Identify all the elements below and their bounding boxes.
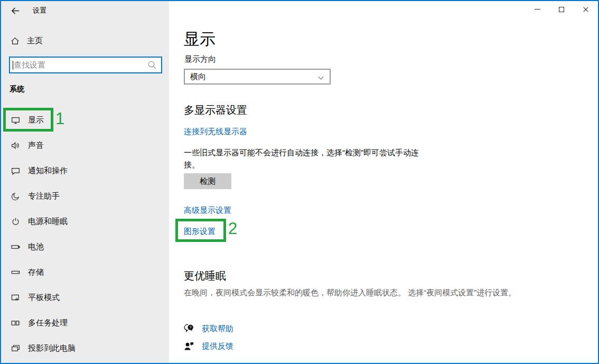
minimize-button[interactable] bbox=[525, 1, 549, 17]
maximize-button[interactable] bbox=[549, 1, 574, 17]
battery-icon bbox=[11, 242, 20, 251]
sidebar-item-label: 平板模式 bbox=[28, 293, 60, 303]
focus-assist-icon bbox=[11, 192, 20, 201]
search-icon[interactable] bbox=[147, 60, 157, 70]
sidebar-item-label: 专注助手 bbox=[28, 191, 60, 201]
sound-icon bbox=[11, 141, 20, 150]
storage-icon bbox=[11, 268, 20, 277]
back-button[interactable] bbox=[7, 4, 23, 17]
sidebar-item-notifications[interactable]: 通知和操作 bbox=[1, 158, 169, 183]
power-sleep-icon bbox=[11, 217, 20, 226]
sidebar-item-power-sleep[interactable]: 电源和睡眠 bbox=[1, 209, 169, 234]
notifications-icon bbox=[11, 166, 20, 175]
sidebar-item-multitasking[interactable]: 多任务处理 bbox=[1, 310, 169, 335]
sidebar-item-storage[interactable]: 存储 bbox=[1, 259, 169, 285]
feedback-link[interactable]: 提供反馈 bbox=[184, 341, 233, 351]
orientation-label: 显示方向 bbox=[184, 54, 216, 64]
orientation-dropdown[interactable]: 横向 bbox=[184, 69, 331, 85]
home-icon bbox=[11, 36, 20, 45]
sidebar: 设置 主页 查找设置 系统 显示声音通知和操作专注助手电源和睡眠电池存储平板模式… bbox=[1, 1, 169, 363]
footer-link-label: 提供反馈 bbox=[202, 341, 233, 351]
minimize-icon bbox=[535, 9, 540, 10]
sidebar-item-sound[interactable]: 声音 bbox=[1, 133, 169, 158]
search-placeholder: 查找设置 bbox=[14, 60, 45, 70]
maximize-icon bbox=[559, 7, 564, 12]
sidebar-nav: 显示声音通知和操作专注助手电源和睡眠电池存储平板模式多任务处理投影到此电脑 bbox=[1, 107, 169, 361]
get-help-icon bbox=[184, 323, 194, 334]
multi-display-heading: 多显示器设置 bbox=[184, 103, 247, 117]
close-button[interactable] bbox=[574, 1, 598, 17]
multitasking-icon bbox=[11, 319, 20, 328]
search-input[interactable]: 查找设置 bbox=[9, 57, 162, 73]
orientation-value: 横向 bbox=[190, 72, 206, 82]
sidebar-item-label: 显示 bbox=[28, 115, 44, 125]
graphics-settings-link[interactable]: 图形设置 bbox=[184, 227, 216, 237]
sidebar-item-label: 多任务处理 bbox=[28, 318, 68, 328]
sidebar-item-home[interactable]: 主页 bbox=[1, 32, 169, 50]
sidebar-item-label: 存储 bbox=[28, 267, 44, 277]
wireless-display-link[interactable]: 连接到无线显示器 bbox=[184, 127, 247, 137]
detect-description: 一些旧式显示器可能不会进行自动连接，选择“检测”即可尝试手动连接。 bbox=[184, 146, 426, 171]
sidebar-item-label: 投影到此电脑 bbox=[28, 343, 76, 353]
sidebar-item-label: 电池 bbox=[28, 242, 44, 252]
footer-links: 获取帮助提供反馈 bbox=[184, 323, 233, 358]
annotation-number-2: 2 bbox=[228, 220, 237, 238]
display-icon bbox=[11, 116, 20, 125]
sidebar-item-label: 电源和睡眠 bbox=[28, 217, 68, 227]
chevron-down-icon bbox=[317, 74, 325, 82]
detect-button[interactable]: 检测 bbox=[184, 173, 231, 189]
page-title: 显示 bbox=[184, 29, 216, 50]
get-help-link[interactable]: 获取帮助 bbox=[184, 323, 233, 334]
app-title: 设置 bbox=[33, 6, 46, 15]
close-icon bbox=[582, 6, 589, 13]
sidebar-section-header: 系统 bbox=[10, 85, 24, 94]
advanced-display-link[interactable]: 高级显示设置 bbox=[184, 206, 231, 216]
sidebar-item-focus-assist[interactable]: 专注助手 bbox=[1, 183, 169, 209]
sidebar-item-display[interactable]: 显示 bbox=[1, 107, 169, 133]
sidebar-item-label: 通知和操作 bbox=[28, 166, 68, 176]
settings-window: 设置 主页 查找设置 系统 显示声音通知和操作专注助手电源和睡眠电池存储平板模式… bbox=[0, 0, 599, 364]
project-icon bbox=[11, 344, 20, 353]
sidebar-item-battery[interactable]: 电池 bbox=[1, 234, 169, 259]
feedback-icon bbox=[184, 341, 194, 351]
text-caret bbox=[13, 61, 13, 70]
footer-link-label: 获取帮助 bbox=[202, 324, 233, 334]
sleep-heading: 更优睡眠 bbox=[184, 269, 226, 283]
back-arrow-icon bbox=[11, 6, 21, 16]
sidebar-item-label: 声音 bbox=[28, 141, 44, 151]
sidebar-item-project[interactable]: 投影到此电脑 bbox=[1, 335, 169, 361]
sleep-description: 在晚间，夜间模式会显示较柔和的暖色，帮助你进入睡眠状态。 选择“夜间模式设置”进… bbox=[184, 286, 522, 298]
sidebar-item-tablet-mode[interactable]: 平板模式 bbox=[1, 285, 169, 310]
window-controls bbox=[525, 1, 598, 17]
tablet-mode-icon bbox=[11, 293, 20, 302]
home-label: 主页 bbox=[27, 36, 43, 46]
